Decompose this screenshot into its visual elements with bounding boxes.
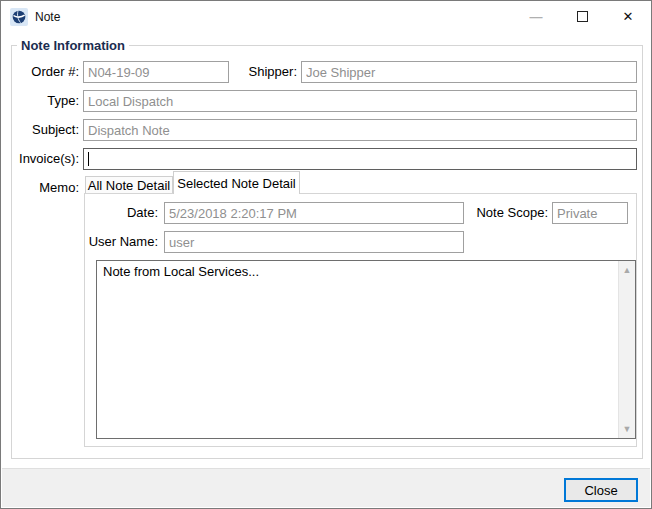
close-window-button[interactable]: ✕: [605, 1, 651, 32]
group-title: Note Information: [17, 38, 129, 53]
dialog-footer: [2, 468, 650, 507]
scroll-up-icon[interactable]: ▲: [619, 262, 635, 278]
note-scope-label: Note Scope:: [471, 202, 548, 224]
order-label: Order #:: [1, 61, 79, 83]
subject-label: Subject:: [1, 119, 79, 141]
scroll-down-icon[interactable]: ▼: [619, 421, 635, 437]
memo-textarea[interactable]: Note from Local Services...: [97, 261, 618, 438]
title-bar: Note — ✕: [1, 1, 651, 32]
maximize-button[interactable]: [559, 1, 605, 32]
shipper-input[interactable]: [301, 61, 637, 83]
memo-textarea-frame: Note from Local Services... ▲ ▼: [96, 260, 636, 439]
tab-selected-note-detail[interactable]: Selected Note Detail: [173, 171, 300, 194]
order-input[interactable]: [83, 61, 229, 83]
window-title: Note: [35, 10, 60, 24]
tab-all-note-detail[interactable]: All Note Detail: [85, 176, 173, 193]
note-dialog: Note — ✕ Note Information Order #: Shipp…: [0, 0, 652, 509]
memo-scrollbar[interactable]: ▲ ▼: [618, 261, 635, 438]
app-globe-icon: [10, 8, 28, 26]
maximize-icon: [577, 11, 588, 22]
date-label: Date:: [84, 202, 158, 224]
type-input[interactable]: [83, 90, 637, 112]
invoices-label: Invoice(s):: [1, 148, 79, 170]
user-name-label: User Name:: [84, 231, 158, 253]
memo-label: Memo:: [1, 177, 79, 199]
invoices-input[interactable]: [83, 148, 637, 170]
subject-input[interactable]: [83, 119, 637, 141]
note-scope-input[interactable]: [552, 202, 628, 224]
type-label: Type:: [1, 90, 79, 112]
text-caret: [88, 152, 89, 166]
close-button[interactable]: Close: [564, 478, 638, 502]
shipper-label: Shipper:: [241, 61, 297, 83]
user-name-input[interactable]: [164, 231, 464, 253]
minimize-button[interactable]: —: [513, 1, 559, 32]
date-input[interactable]: [164, 202, 464, 224]
